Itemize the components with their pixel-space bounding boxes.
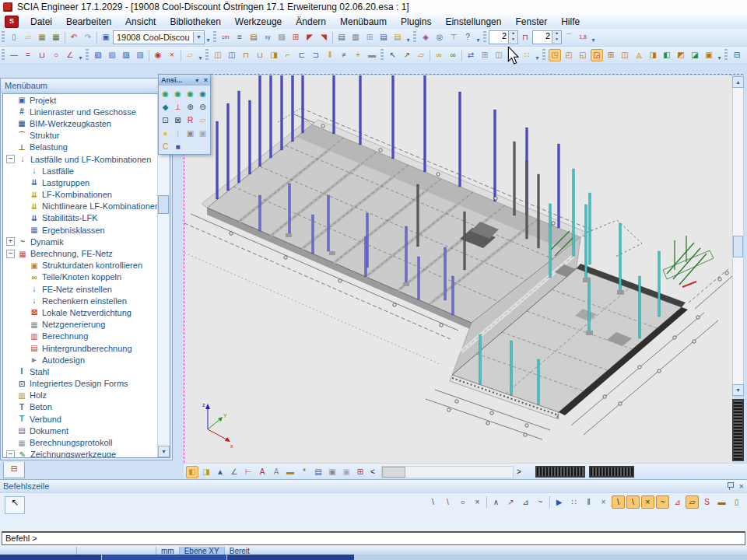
- tree-item[interactable]: ▥Holz: [3, 390, 170, 401]
- show-hinges-icon[interactable]: ⊢: [242, 466, 254, 478]
- gallery-icon[interactable]: ◈: [419, 31, 432, 44]
- viewport-hscrollbar[interactable]: [381, 466, 514, 478]
- tree-item[interactable]: ⊥Belastung: [3, 142, 170, 153]
- snap-line-icon[interactable]: \: [426, 495, 440, 509]
- snap-tangent-icon[interactable]: ~: [534, 495, 547, 509]
- vscroll-thumb[interactable]: [733, 236, 743, 257]
- show-picture1-icon[interactable]: ▣: [326, 466, 338, 478]
- tree-item[interactable]: ⇊Nichtlineare LF-Kombinationen: [3, 201, 170, 212]
- tree-item[interactable]: ⇊Stabilitäts-LFK: [3, 212, 170, 224]
- show-supports-icon[interactable]: ▲: [214, 466, 226, 478]
- plate-icon[interactable]: ⊔: [254, 49, 266, 61]
- column-icon[interactable]: ◫: [226, 49, 238, 61]
- show-picture2-icon[interactable]: ▣: [340, 466, 352, 478]
- tree-item[interactable]: ⇊LF-Kombinationen: [3, 189, 170, 201]
- toolbar-grip[interactable]: [413, 31, 416, 44]
- tree-item[interactable]: ↓Lastfälle: [3, 165, 170, 177]
- split-window-icon[interactable]: ▣: [100, 31, 112, 44]
- zoom-selection-icon[interactable]: R: [185, 114, 196, 125]
- draw-angle-icon[interactable]: ∠: [64, 49, 76, 61]
- print-zone-icon[interactable]: ▱: [198, 114, 209, 125]
- combo-dropdown-icon[interactable]: ▼: [193, 32, 204, 43]
- toolbar-grip[interactable]: [86, 49, 89, 61]
- cross-section-icon[interactable]: ⊓: [240, 49, 252, 61]
- paste-format-icon[interactable]: ▨: [275, 31, 288, 44]
- show-loads-icon[interactable]: ∠: [228, 466, 240, 478]
- paste-special-icon[interactable]: ▨: [134, 49, 146, 61]
- array-icon[interactable]: ∷: [521, 49, 533, 61]
- tree-item[interactable]: #Linienraster und Geschosse: [3, 106, 170, 117]
- tree-item[interactable]: −✎Zeichnungswerkzeuge: [3, 449, 170, 458]
- view-palette-titlebar[interactable]: Ansi... ▼ ×: [159, 75, 210, 86]
- menu-item-datei[interactable]: Datei: [23, 16, 59, 28]
- palette-menu-icon[interactable]: ▼: [195, 78, 200, 83]
- render-cube-icon[interactable]: ■: [173, 141, 184, 152]
- viewport-scroll-left-icon[interactable]: <: [368, 466, 377, 478]
- disconnect-nodes-icon[interactable]: ∞: [447, 49, 459, 61]
- project-combobox[interactable]: 19008 Cool-Discou▼: [113, 30, 205, 44]
- render-image-icon[interactable]: ▣: [185, 128, 196, 138]
- view-toggle-solid-icon[interactable]: ▣: [703, 49, 715, 61]
- coord-system-icon[interactable]: ⊥: [173, 101, 184, 112]
- scia-logo-icon[interactable]: S: [5, 16, 19, 28]
- view-toggle-corner1-icon[interactable]: ◳: [549, 49, 561, 61]
- snap-edge-icon[interactable]: ↗: [504, 495, 517, 509]
- coordinates-xyz-icon[interactable]: xy: [261, 31, 274, 44]
- tree-item[interactable]: ▥Berechnung: [3, 331, 170, 342]
- model-data-icon[interactable]: ▤: [312, 466, 324, 478]
- beam-icon[interactable]: ◫: [212, 49, 224, 61]
- menu-item-bearbeiten[interactable]: Bearbeiten: [59, 16, 118, 28]
- draw-circle-icon[interactable]: ○: [50, 49, 62, 61]
- snap-columns-icon[interactable]: ‖: [582, 495, 595, 509]
- subregion-icon[interactable]: ⊏: [296, 49, 308, 61]
- snap-perpendicular-icon[interactable]: ⊿: [519, 495, 532, 509]
- draw-dimension-icon[interactable]: =: [22, 49, 34, 61]
- tree-item[interactable]: ▦Netzgenerierung: [3, 319, 170, 331]
- menu-item-ändern[interactable]: Ändern: [289, 16, 333, 28]
- palette-close-icon[interactable]: ×: [204, 76, 208, 84]
- mirror-icon[interactable]: ◫: [493, 49, 505, 61]
- save-icon[interactable]: ▦: [50, 31, 62, 44]
- tree-item[interactable]: −▦Berechnung, FE-Netz: [3, 247, 170, 259]
- tree-item[interactable]: ⊡Integriertes Design Forms: [3, 378, 170, 390]
- menu-item-hilfe[interactable]: Hilfe: [554, 16, 587, 28]
- hide-labels-icon[interactable]: A: [270, 466, 282, 478]
- viewport-scroll-right-icon[interactable]: >: [514, 466, 524, 478]
- layers-icon[interactable]: ≡: [233, 31, 246, 44]
- selection-mode-button[interactable]: ↖: [5, 496, 25, 514]
- menu-item-ansicht[interactable]: Ansicht: [118, 16, 163, 28]
- display-nodes-icon[interactable]: ⊟: [731, 49, 743, 61]
- calculator-icon[interactable]: ⊞: [363, 31, 376, 44]
- haunch-icon[interactable]: ≠: [338, 49, 350, 61]
- tree-item[interactable]: ▦Ergebnisklassen: [3, 224, 170, 236]
- toolbar-overflow-icon[interactable]: ▾: [77, 49, 84, 61]
- snap-intersection-green-icon[interactable]: ×: [597, 495, 610, 509]
- model-viewport[interactable]: z Y x: [184, 75, 732, 463]
- snap-polygon-icon[interactable]: ▱: [686, 495, 699, 509]
- tree-scroll-down-icon[interactable]: ▼: [158, 446, 170, 457]
- toolbar-grip[interactable]: [2, 49, 5, 61]
- tree-item[interactable]: −↓Lastfälle und LF-Kombinationen: [3, 153, 170, 165]
- view-toggle-grid-icon[interactable]: ⊞: [605, 49, 617, 61]
- view-toggle-left-icon[interactable]: ◧: [661, 49, 673, 61]
- hscroll-thumb[interactable]: [382, 467, 405, 478]
- menu-tree-tab[interactable]: ⊟: [3, 462, 25, 478]
- toolbar-grip[interactable]: [483, 31, 486, 44]
- rotate-icon[interactable]: ↷: [507, 49, 519, 61]
- show-hidden-icon[interactable]: ◉: [152, 49, 164, 61]
- spinner-buttons[interactable]: ▲▼: [508, 31, 517, 44]
- paste-props-icon[interactable]: ▨: [120, 49, 132, 61]
- view-toggle-corner3-icon[interactable]: ◱: [577, 49, 589, 61]
- snap-circle-icon[interactable]: ○: [456, 495, 469, 509]
- copies-spinner[interactable]: 2▲▼: [489, 30, 518, 44]
- snap-vertex-icon[interactable]: ∧: [489, 495, 503, 509]
- draw-line-icon[interactable]: —: [8, 49, 20, 61]
- menu-item-plugins[interactable]: Plugins: [394, 16, 438, 28]
- toolbar-overflow-icon[interactable]: ▾: [475, 31, 482, 44]
- snap-orthogonal-icon[interactable]: ⊿: [671, 495, 684, 509]
- toolbar-overflow-icon[interactable]: ▾: [716, 49, 723, 61]
- viewport-vscrollbar[interactable]: ▲ ▼: [732, 75, 744, 397]
- view-toggle-diag1-icon[interactable]: ◩: [675, 49, 687, 61]
- tree-item[interactable]: ⌒Struktur: [3, 130, 170, 142]
- document-note-icon[interactable]: ▤: [391, 31, 404, 44]
